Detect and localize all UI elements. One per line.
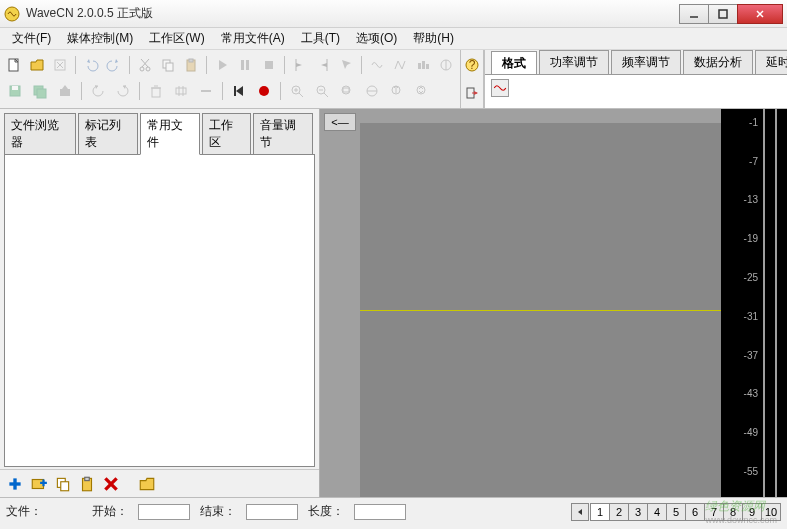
save-icon[interactable] [4, 80, 26, 102]
pause-icon[interactable] [235, 54, 255, 76]
svg-rect-27 [426, 64, 429, 69]
undo-icon[interactable] [81, 54, 101, 76]
history-undo-icon[interactable] [87, 80, 109, 102]
close-button[interactable] [737, 4, 783, 24]
menu-media[interactable]: 媒体控制(M) [59, 28, 141, 49]
left-tab-volume[interactable]: 音量调节 [253, 113, 313, 155]
menu-help[interactable]: 帮助(H) [405, 28, 462, 49]
db-meter-right [777, 109, 787, 497]
add-item-icon[interactable] [6, 475, 24, 493]
close-file-icon[interactable] [50, 54, 70, 76]
tab-power[interactable]: 功率调节 [539, 50, 609, 74]
svg-marker-17 [219, 60, 227, 70]
page-prev-icon[interactable] [571, 503, 589, 521]
paste-icon[interactable] [181, 54, 201, 76]
effect3-icon[interactable] [413, 54, 433, 76]
svg-rect-54 [343, 88, 349, 92]
help-icon[interactable]: ? [461, 54, 483, 76]
zoom-v-in-icon[interactable] [386, 80, 408, 102]
page-3[interactable]: 3 [628, 503, 648, 521]
page-10[interactable]: 10 [761, 503, 781, 521]
end-marker-icon[interactable] [313, 54, 333, 76]
svg-text:?: ? [469, 58, 476, 72]
exit-icon[interactable] [461, 82, 483, 104]
silence-icon[interactable] [195, 80, 217, 102]
open-folder-icon[interactable] [138, 475, 156, 493]
play-icon[interactable] [212, 54, 232, 76]
db-tick: -55 [719, 466, 761, 477]
go-start-icon[interactable] [228, 80, 250, 102]
toolbar-help-column: ? [460, 50, 484, 108]
page-2[interactable]: 2 [609, 503, 629, 521]
wave-canvas[interactable] [360, 123, 721, 497]
redo-icon[interactable] [104, 54, 124, 76]
effect1-icon[interactable] [367, 54, 387, 76]
tab-delay[interactable]: 延时 [755, 50, 787, 74]
zoom-sel-icon[interactable] [336, 80, 358, 102]
zoom-out-icon[interactable] [311, 80, 333, 102]
db-tick: -7 [719, 156, 761, 167]
left-tab-browser[interactable]: 文件浏览器 [4, 113, 76, 155]
left-tab-common[interactable]: 常用文件 [140, 113, 200, 155]
menu-tools[interactable]: 工具(T) [293, 28, 348, 49]
svg-rect-25 [418, 63, 421, 69]
wave-ruler[interactable] [360, 109, 721, 123]
page-6[interactable]: 6 [685, 503, 705, 521]
back-button[interactable]: <— [324, 113, 356, 131]
effect4-icon[interactable] [436, 54, 456, 76]
start-value[interactable] [138, 504, 190, 520]
zoom-v-out-icon[interactable] [411, 80, 433, 102]
maximize-button[interactable] [708, 4, 738, 24]
tab-format[interactable]: 格式 [491, 51, 537, 74]
menu-bar: 文件(F) 媒体控制(M) 工作区(W) 常用文件(A) 工具(T) 选项(O)… [0, 28, 787, 50]
delete-icon[interactable] [145, 80, 167, 102]
export-icon[interactable] [54, 80, 76, 102]
tab-data[interactable]: 数据分析 [683, 50, 753, 74]
window-title: WaveCN 2.0.0.5 正式版 [26, 5, 680, 22]
page-7[interactable]: 7 [704, 503, 724, 521]
file-label: 文件： [6, 503, 42, 520]
format-wave-icon[interactable] [491, 79, 509, 97]
page-1[interactable]: 1 [590, 503, 610, 521]
history-redo-icon[interactable] [112, 80, 134, 102]
menu-workspace[interactable]: 工作区(W) [141, 28, 212, 49]
page-5[interactable]: 5 [666, 503, 686, 521]
page-9[interactable]: 9 [742, 503, 762, 521]
left-tab-workspace[interactable]: 工作区 [202, 113, 251, 155]
effect2-icon[interactable] [390, 54, 410, 76]
cut-icon[interactable] [135, 54, 155, 76]
new-file-icon[interactable] [4, 54, 24, 76]
minimize-button[interactable] [679, 4, 709, 24]
end-value[interactable] [246, 504, 298, 520]
svg-rect-19 [246, 60, 249, 70]
copy-icon[interactable] [158, 54, 178, 76]
zoom-fit-icon[interactable] [361, 80, 383, 102]
common-files-list[interactable] [4, 154, 315, 467]
end-label: 结束： [200, 503, 236, 520]
start-marker-icon[interactable] [289, 54, 309, 76]
page-4[interactable]: 4 [647, 503, 667, 521]
db-tick: -25 [719, 272, 761, 283]
db-meter-left [765, 109, 775, 497]
zoom-in-icon[interactable] [286, 80, 308, 102]
length-value[interactable] [354, 504, 406, 520]
save-as-icon[interactable] [29, 80, 51, 102]
main-area: 文件浏览器 标记列表 常用文件 工作区 音量调节 <— [0, 109, 787, 497]
copy-item-icon[interactable] [54, 475, 72, 493]
left-tab-marks[interactable]: 标记列表 [78, 113, 138, 155]
stop-icon[interactable] [259, 54, 279, 76]
menu-common[interactable]: 常用文件(A) [213, 28, 293, 49]
trim-icon[interactable] [170, 80, 192, 102]
menu-file[interactable]: 文件(F) [4, 28, 59, 49]
tab-freq[interactable]: 频率调节 [611, 50, 681, 74]
menu-options[interactable]: 选项(O) [348, 28, 405, 49]
page-8[interactable]: 8 [723, 503, 743, 521]
paste-item-icon[interactable] [78, 475, 96, 493]
remove-item-icon[interactable] [102, 475, 120, 493]
add-folder-icon[interactable] [30, 475, 48, 493]
cursor-icon[interactable] [336, 54, 356, 76]
open-file-icon[interactable] [27, 54, 47, 76]
svg-rect-16 [189, 59, 193, 62]
right-tab-body [485, 74, 787, 108]
record-icon[interactable] [253, 80, 275, 102]
